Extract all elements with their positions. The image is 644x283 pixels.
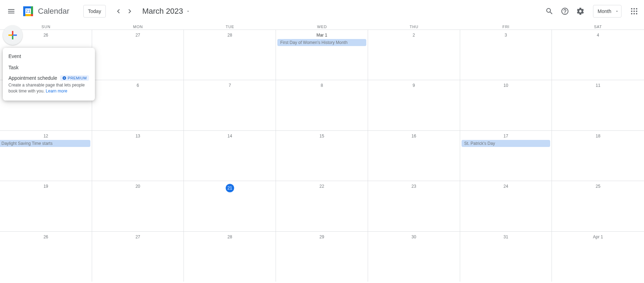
premium-icon: [62, 76, 66, 80]
day-number: 25: [553, 182, 643, 189]
day-cell[interactable]: 6: [92, 80, 184, 130]
header-right: Month: [542, 4, 641, 18]
day-cell[interactable]: 8: [276, 80, 368, 130]
calendar-container: Event Task Appointment schedule PREMIUM …: [0, 22, 644, 283]
premium-badge: PREMIUM: [60, 75, 89, 81]
search-button[interactable]: [542, 4, 556, 18]
day-number: 4: [553, 31, 643, 38]
svg-point-8: [633, 8, 635, 9]
day-number: 2: [369, 31, 458, 38]
learn-more-link[interactable]: Learn more: [46, 89, 67, 94]
svg-point-11: [633, 11, 635, 12]
day-cell[interactable]: 12Daylight Saving Time starts: [0, 131, 92, 181]
day-cell[interactable]: 31: [460, 232, 552, 282]
day-cell[interactable]: 16: [368, 131, 460, 181]
week-row: 262728293031Apr 1: [0, 231, 644, 282]
main-menu-button[interactable]: [3, 3, 20, 20]
help-icon: [561, 7, 569, 15]
day-header: THU: [368, 22, 460, 30]
day-cell[interactable]: 14: [184, 131, 276, 181]
day-cell[interactable]: 18: [552, 131, 644, 181]
day-cell[interactable]: 7: [184, 80, 276, 130]
day-cell[interactable]: 23: [368, 181, 460, 231]
day-cell[interactable]: 21: [184, 181, 276, 231]
day-cell[interactable]: 9: [368, 80, 460, 130]
create-menu-popup: Event Task Appointment schedule PREMIUM …: [3, 48, 95, 101]
day-cell[interactable]: 28: [184, 232, 276, 282]
day-number: 6: [94, 82, 182, 89]
search-icon: [545, 7, 554, 15]
day-cell[interactable]: Mar 1First Day of Women's History Month: [276, 30, 368, 80]
day-cell[interactable]: 26: [0, 232, 92, 282]
create-event-option[interactable]: Event: [3, 51, 95, 62]
svg-point-7: [631, 8, 632, 9]
app-name: Calendar: [38, 7, 69, 16]
day-cell[interactable]: 24: [460, 181, 552, 231]
google-apps-button[interactable]: [627, 4, 641, 18]
day-cell[interactable]: 4: [552, 30, 644, 80]
day-cell[interactable]: 29: [276, 232, 368, 282]
day-cell[interactable]: 17St. Patrick's Day: [460, 131, 552, 181]
day-number: 7: [185, 82, 274, 89]
day-cell[interactable]: 27: [92, 232, 184, 282]
day-number: 17: [462, 132, 550, 139]
day-number: Mar 1: [277, 31, 366, 38]
event-chip[interactable]: Daylight Saving Time starts: [0, 140, 90, 147]
settings-button[interactable]: [573, 4, 587, 18]
svg-rect-3: [23, 6, 25, 16]
view-selector[interactable]: Month: [593, 5, 622, 18]
day-number: 15: [277, 132, 366, 139]
day-number: 12: [1, 132, 90, 139]
current-date-range-button[interactable]: March 2023: [142, 7, 190, 16]
day-cell[interactable]: 11: [552, 80, 644, 130]
day-cell[interactable]: 20: [92, 181, 184, 231]
day-cell[interactable]: 22: [276, 181, 368, 231]
day-number: 24: [462, 182, 550, 189]
svg-point-15: [636, 13, 637, 14]
day-number: 27: [94, 233, 182, 240]
svg-text:21: 21: [26, 9, 31, 14]
today-button[interactable]: Today: [83, 5, 105, 18]
day-header: WED: [276, 22, 368, 30]
week-row: 567891011: [0, 80, 644, 130]
create-task-option[interactable]: Task: [3, 62, 95, 73]
day-number: 31: [462, 233, 550, 240]
day-number: 8: [277, 82, 366, 89]
day-cell[interactable]: 30: [368, 232, 460, 282]
day-cell[interactable]: 10: [460, 80, 552, 130]
day-cell[interactable]: 13: [92, 131, 184, 181]
day-number: 13: [94, 132, 182, 139]
day-cell[interactable]: Apr 1: [552, 232, 644, 282]
day-cell[interactable]: 27: [92, 30, 184, 80]
svg-rect-5: [31, 14, 33, 16]
day-cell[interactable]: 15: [276, 131, 368, 181]
app-logo[interactable]: 21 Calendar: [21, 4, 69, 18]
create-button[interactable]: [3, 25, 22, 45]
svg-point-10: [631, 11, 632, 12]
week-row: 262728Mar 1First Day of Women's History …: [0, 30, 644, 80]
weeks-grid: 262728Mar 1First Day of Women's History …: [0, 30, 644, 282]
create-appointment-option[interactable]: Appointment schedule PREMIUM Create a sh…: [3, 73, 95, 98]
day-headers-row: SUNMONTUEWEDTHUFRISAT: [0, 22, 644, 30]
support-button[interactable]: [558, 4, 572, 18]
gear-icon: [576, 7, 585, 15]
day-number: 19: [1, 182, 90, 189]
svg-point-13: [631, 13, 632, 14]
day-number: Apr 1: [553, 233, 643, 240]
day-cell[interactable]: 2: [368, 30, 460, 80]
next-month-button[interactable]: [124, 6, 135, 17]
day-number: 28: [185, 31, 274, 38]
day-cell[interactable]: 28: [184, 30, 276, 80]
calendar-logo-icon: 21: [21, 4, 35, 18]
day-cell[interactable]: 19: [0, 181, 92, 231]
day-cell[interactable]: 25: [552, 181, 644, 231]
prev-month-button[interactable]: [113, 6, 124, 17]
today-indicator: 21: [226, 184, 234, 192]
day-header: MON: [92, 22, 184, 30]
event-chip[interactable]: St. Patrick's Day: [462, 140, 550, 147]
week-row: 19202122232425: [0, 181, 644, 231]
view-label: Month: [598, 8, 611, 14]
event-chip[interactable]: First Day of Women's History Month: [277, 39, 366, 46]
day-number: 9: [369, 82, 458, 89]
day-cell[interactable]: 3: [460, 30, 552, 80]
